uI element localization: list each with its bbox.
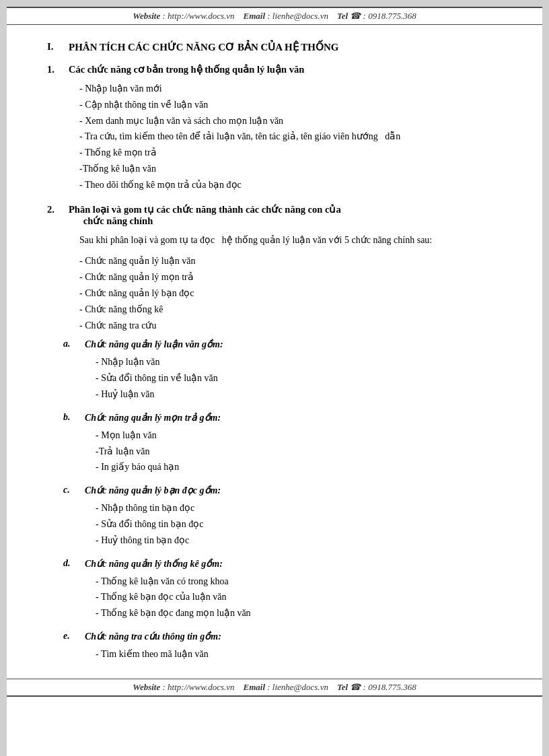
sub-section-a-letter: a. xyxy=(63,339,77,350)
footer-email-value: : lienhe@docs.vn xyxy=(267,682,328,692)
sub-section-d-title: Chức năng quản lý thống kê gồm: xyxy=(85,558,223,570)
section-title-text: PHÂN TÍCH CÁC CHỨC NĂNG CƠ BẢN CỦA HỆ TH… xyxy=(69,41,338,53)
main-content: I. PHÂN TÍCH CÁC CHỨC NĂNG CƠ BẢN CỦA HỆ… xyxy=(7,41,542,662)
sub-section-d: d. Chức năng quản lý thống kê gồm: - Thố… xyxy=(47,558,502,621)
sub-section-e-letter: e. xyxy=(63,631,77,642)
footer-tel-value: : 0918.775.368 xyxy=(363,682,416,692)
header-tel-icon: ☎ xyxy=(350,11,361,21)
sub-section-e-list: - Tìm kiếm theo mã luận văn xyxy=(96,646,502,662)
footer-email-label: Email xyxy=(244,682,266,692)
subsection-2-paragraph: Sau khi phân loại và gom tụ ta đọc hệ th… xyxy=(79,232,502,248)
list-item: - Tìm kiếm theo mã luận văn xyxy=(96,646,502,662)
list-item: - In giấy báo quá hạn xyxy=(96,459,502,475)
subsection-2-list: - Chức năng quản lý luận văn - Chức năng… xyxy=(79,253,502,333)
list-item: - Sửa đổi thông tin bạn đọc xyxy=(96,516,502,532)
list-item: - Huỷ luận văn xyxy=(96,386,502,403)
list-item: - Mọn luận văn xyxy=(96,427,502,444)
list-item: -Thống kê luận văn xyxy=(79,161,502,177)
header-email-label: Email xyxy=(244,11,266,21)
list-item: - Sửa đổi thông tin về luận văn xyxy=(96,370,502,386)
sub-section-a: a. Chức năng quản lý luận văn gồm: - Nhậ… xyxy=(47,339,502,402)
footer-tel-icon: ☎ xyxy=(350,682,361,692)
sub-section-c-list: - Nhập thông tin bạn đọc - Sửa đổi thông… xyxy=(96,500,502,548)
list-item: - Thống kê bạn đọc đang mọn luận văn xyxy=(96,605,502,621)
sub-section-a-title: Chức năng quản lý luận văn gồm: xyxy=(85,339,223,350)
subsection-1-header: 1. Các chức năng cơ bản trong hệ thống q… xyxy=(47,64,502,75)
list-item: - Chức năng quản lý mọn trả xyxy=(79,269,502,285)
list-item: - Tra cứu, tìm kiếm theo tên để tải luận… xyxy=(79,129,502,145)
subsection-2-number: 2. xyxy=(47,204,61,227)
list-item: - Cập nhật thông tin về luận văn xyxy=(79,97,502,113)
header-tel-label: Tel xyxy=(337,11,348,21)
list-item: - Huỷ thông tin bạn đọc xyxy=(96,532,502,549)
sub-section-c-title: Chức năng quản lý bạn đọc gồm: xyxy=(85,485,221,496)
sub-section-c-header: c. Chức năng quản lý bạn đọc gồm: xyxy=(63,485,502,496)
section-roman: I. xyxy=(47,41,61,53)
list-item: - Xem danh mục luận văn và sách cho mọn … xyxy=(79,113,502,129)
sub-section-c-letter: c. xyxy=(63,485,77,496)
sub-section-a-header: a. Chức năng quản lý luận văn gồm: xyxy=(63,339,502,350)
header-tel-value: : 0918.775.368 xyxy=(363,11,416,21)
sub-section-b-letter: b. xyxy=(63,412,77,423)
subsection-2: 2. Phân loại và gom tụ các chức năng thà… xyxy=(47,204,502,662)
header-website-url: : http://www.docs.vn xyxy=(163,11,235,21)
subsection-2-header: 2. Phân loại và gom tụ các chức năng thà… xyxy=(47,204,502,227)
sub-section-a-list: - Nhập luận văn - Sửa đổi thông tin về l… xyxy=(96,354,502,402)
main-section-title: I. PHÂN TÍCH CÁC CHỨC NĂNG CƠ BẢN CỦA HỆ… xyxy=(47,41,502,53)
list-item: - Chức năng quản lý luận văn xyxy=(79,253,502,269)
list-item: -Trả luận văn xyxy=(96,444,502,460)
sub-section-c: c. Chức năng quản lý bạn đọc gồm: - Nhập… xyxy=(47,485,502,548)
subsection-1: 1. Các chức năng cơ bản trong hệ thống q… xyxy=(47,64,502,193)
sub-section-b-title: Chức năng quản lý mọn trả gồm: xyxy=(85,412,221,423)
sub-section-e-header: e. Chức năng tra cứu thông tin gồm: xyxy=(63,631,502,642)
subsection-1-list: - Nhập luận văn mới - Cập nhật thông tin… xyxy=(79,81,502,193)
footer-tel-label: Tel xyxy=(337,682,348,692)
footer-website-label: Website xyxy=(133,682,160,692)
list-item: - Chức năng thống kê xyxy=(79,302,502,318)
sub-section-b: b. Chức năng quản lý mọn trả gồm: - Mọn … xyxy=(47,412,502,475)
sub-section-e-title: Chức năng tra cứu thông tin gồm: xyxy=(85,631,221,642)
list-item: - Theo dõi thống kê mọn trả của bạn đọc xyxy=(79,177,502,193)
header-bar: Website : http://www.docs.vn Email : lie… xyxy=(7,7,542,25)
list-item: - Thống kê mọn trả xyxy=(79,145,502,161)
header-email-value: : lienhe@docs.vn xyxy=(267,11,328,21)
subsection-1-title: Các chức năng cơ bản trong hệ thống quản… xyxy=(69,64,304,75)
footer-bar: Website : http://www.docs.vn Email : lie… xyxy=(7,679,542,697)
sub-section-d-list: - Thống kê luận văn có trong khoa - Thốn… xyxy=(96,574,502,621)
list-item: - Chức năng quản lý bạn đọc xyxy=(79,285,502,302)
list-item: - Nhập luận văn mới xyxy=(79,81,502,97)
sub-section-d-letter: d. xyxy=(63,558,77,570)
list-item: - Chức năng tra cứu xyxy=(79,318,502,334)
subsection-1-number: 1. xyxy=(47,64,61,75)
sub-section-b-header: b. Chức năng quản lý mọn trả gồm: xyxy=(63,412,502,423)
footer-website-url: : http://www.docs.vn xyxy=(163,682,235,692)
list-item: - Thống kê bạn đọc của luận văn xyxy=(96,589,502,605)
list-item: - Thống kê luận văn có trong khoa xyxy=(96,574,502,590)
sub-section-e: e. Chức năng tra cứu thông tin gồm: - Tì… xyxy=(47,631,502,662)
list-item: - Nhập luận văn xyxy=(96,354,502,370)
sub-section-b-list: - Mọn luận văn -Trả luận văn - In giấy b… xyxy=(96,427,502,475)
list-item: - Nhập thông tin bạn đọc xyxy=(96,500,502,516)
page: Website : http://www.docs.vn Email : lie… xyxy=(7,7,542,756)
subsection-2-title: Phân loại và gom tụ các chức năng thành … xyxy=(69,204,341,227)
header-website-label: Website xyxy=(133,11,160,21)
sub-section-d-header: d. Chức năng quản lý thống kê gồm: xyxy=(63,558,502,570)
